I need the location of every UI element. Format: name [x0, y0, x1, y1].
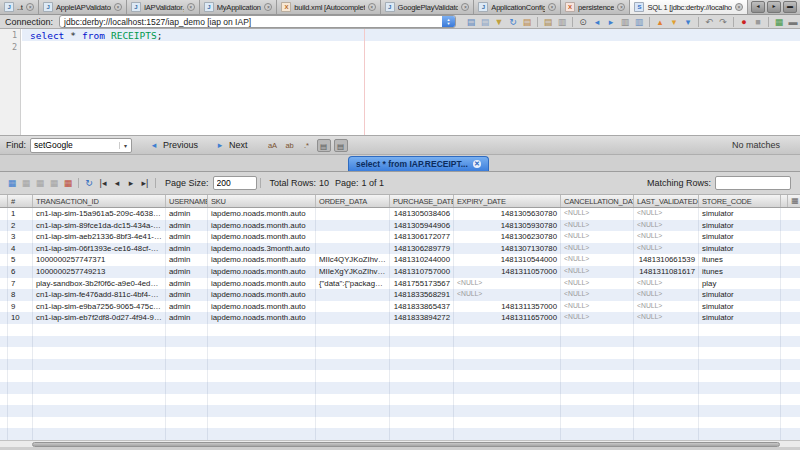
find-dropdown-icon[interactable]: ▾: [119, 142, 131, 149]
cell[interactable]: [634, 405, 699, 417]
cell[interactable]: admin: [166, 278, 208, 290]
cell[interactable]: [561, 428, 634, 440]
cell[interactable]: admin: [166, 266, 208, 278]
cell[interactable]: 1481310244000: [390, 254, 454, 266]
table-row[interactable]: 4cn1-iap-sim-06f1393e-ce16-48cf-91...adm…: [0, 243, 800, 255]
cell[interactable]: [561, 324, 634, 336]
cell[interactable]: iapdemo.noads.month.auto: [208, 220, 316, 232]
cell[interactable]: 1481311357000: [454, 301, 561, 313]
cell[interactable]: [316, 428, 390, 440]
cell[interactable]: iapdemo.noads.month.auto: [208, 208, 316, 220]
wrap-search-toggle[interactable]: ▤: [334, 139, 348, 152]
cell[interactable]: simulator: [699, 231, 781, 243]
cell[interactable]: <NULL>: [634, 301, 699, 313]
maximize-window-icon[interactable]: ▬: [783, 1, 797, 13]
cell[interactable]: 8: [8, 289, 33, 301]
column-header-transaction_id[interactable]: TRANSACTION_ID: [33, 195, 166, 207]
insert-record-icon[interactable]: ▦: [6, 177, 18, 189]
attach-icon[interactable]: ▬: [787, 16, 799, 28]
cell[interactable]: cn1-iap-sim-06f1393e-ce16-48cf-91...: [33, 243, 166, 255]
delete-record-icon[interactable]: ▦: [20, 177, 32, 189]
cell[interactable]: [390, 336, 454, 348]
cell[interactable]: iapdemo.noads.month.auto: [208, 301, 316, 313]
connection-combo[interactable]: jdbc:derby://localhost:1527/iap_demo [ia…: [59, 15, 456, 28]
cell[interactable]: [634, 428, 699, 440]
cell[interactable]: [316, 324, 390, 336]
table-row[interactable]: 61000000257749213adminiapdemo.noads.mont…: [0, 266, 800, 278]
cell[interactable]: [561, 394, 634, 406]
cell[interactable]: 5: [8, 254, 33, 266]
record-macro-icon[interactable]: ●: [738, 16, 750, 28]
cell[interactable]: cn1-iap-sim-15a961a5-209c-4638-9...: [33, 208, 166, 220]
empty-table-row[interactable]: [0, 428, 800, 440]
editor-tab[interactable]: Xpersistence.xml×: [561, 0, 630, 14]
close-results-tab-icon[interactable]: ✕: [473, 160, 481, 168]
cell[interactable]: [316, 301, 390, 313]
cell[interactable]: <NULL>: [634, 220, 699, 232]
cell[interactable]: [33, 394, 166, 406]
cell[interactable]: [390, 382, 454, 394]
cell[interactable]: 1000000257747371: [33, 254, 166, 266]
column-header-cancellation_date[interactable]: CANCELLATION_DATE: [561, 195, 634, 207]
cell[interactable]: cn1-iap-sim-e9ba7256-9065-475c-9...: [33, 301, 166, 313]
find-next-button[interactable]: ▸ Next: [214, 139, 248, 151]
cell[interactable]: [208, 382, 316, 394]
cell[interactable]: [208, 324, 316, 336]
cell[interactable]: iapdemo.noads.month.auto: [208, 254, 316, 266]
sql-statement[interactable]: select * from RECEIPTS;: [30, 29, 162, 41]
first-page-icon[interactable]: |◂: [97, 177, 109, 189]
cell[interactable]: <NULL>: [561, 231, 634, 243]
cell[interactable]: <NULL>: [561, 243, 634, 255]
cell[interactable]: [166, 359, 208, 371]
column-header-sku[interactable]: SKU: [208, 195, 316, 207]
cell[interactable]: 9: [8, 301, 33, 313]
cancel-edits-icon[interactable]: ▦: [48, 177, 60, 189]
close-tab-icon[interactable]: ×: [264, 3, 272, 11]
column-header-purchase_date[interactable]: PURCHASE_DATE: [390, 195, 454, 207]
cell[interactable]: [8, 382, 33, 394]
cell[interactable]: [699, 347, 781, 359]
cell[interactable]: [454, 324, 561, 336]
cell[interactable]: <NULL>: [454, 289, 561, 301]
next-page-icon[interactable]: ▸: [125, 177, 137, 189]
cell[interactable]: [316, 370, 390, 382]
close-tab-icon[interactable]: ×: [187, 3, 195, 11]
truncate-table-icon[interactable]: ▦: [62, 177, 74, 189]
editor-tab[interactable]: JAppleIAPValidator.java×: [39, 0, 127, 14]
cell[interactable]: [634, 336, 699, 348]
cell[interactable]: 1481307130780: [454, 243, 561, 255]
save-as-icon[interactable]: ▥: [556, 16, 568, 28]
cell[interactable]: [561, 359, 634, 371]
cell[interactable]: iapdemo.noads.month.auto: [208, 278, 316, 290]
cell[interactable]: 1481305038406: [390, 208, 454, 220]
cell[interactable]: [390, 428, 454, 440]
cell[interactable]: 2: [8, 220, 33, 232]
sync-icon[interactable]: ↻: [507, 16, 519, 28]
cell[interactable]: [634, 417, 699, 429]
cell[interactable]: [166, 324, 208, 336]
cell[interactable]: 1481310544000: [454, 254, 561, 266]
cell[interactable]: [454, 382, 561, 394]
empty-table-row[interactable]: [0, 394, 800, 406]
next-change-icon[interactable]: ▸: [605, 16, 617, 28]
cell[interactable]: iapdemo.noads.3month.auto: [208, 243, 316, 255]
cell[interactable]: admin: [166, 208, 208, 220]
empty-table-row[interactable]: [0, 347, 800, 359]
matching-rows-input[interactable]: [715, 176, 791, 190]
cell[interactable]: <NULL>: [634, 278, 699, 290]
cell[interactable]: [33, 359, 166, 371]
match-case-toggle[interactable]: aA: [266, 139, 280, 152]
cell[interactable]: simulator: [699, 220, 781, 232]
cell[interactable]: 1481311057000: [454, 266, 561, 278]
cell[interactable]: 1481833865437: [390, 301, 454, 313]
cell[interactable]: [454, 336, 561, 348]
cell[interactable]: 1481833894272: [390, 312, 454, 324]
cell[interactable]: [316, 289, 390, 301]
cell[interactable]: [454, 394, 561, 406]
cell[interactable]: iapdemo.noads.month.auto: [208, 266, 316, 278]
cell[interactable]: <NULL>: [634, 243, 699, 255]
cell[interactable]: 1481310661539: [634, 254, 699, 266]
table-row[interactable]: 51000000257747371adminiapdemo.noads.mont…: [0, 254, 800, 266]
sql-editor[interactable]: 1 2 select * from RECEIPTS;: [0, 29, 800, 135]
cell[interactable]: [33, 382, 166, 394]
